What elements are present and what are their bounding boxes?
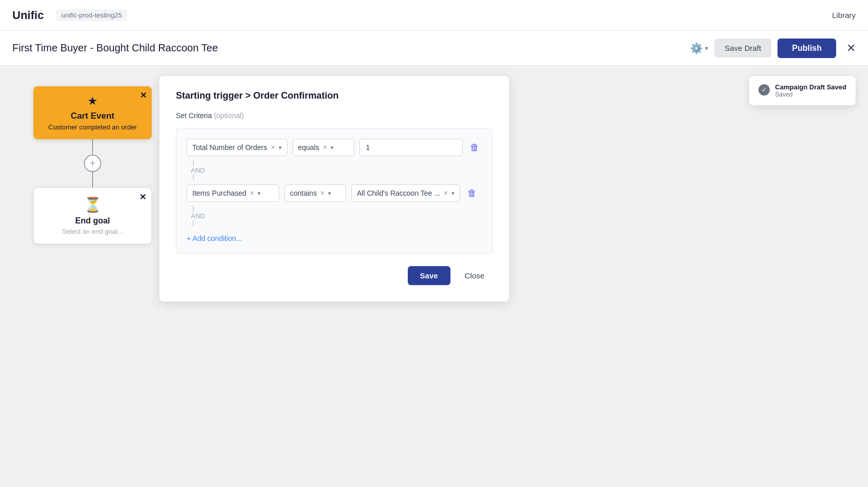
end-goal-subtitle: Select an end goal... bbox=[44, 228, 141, 235]
set-criteria-label: Set Criteria (optional) bbox=[176, 111, 493, 120]
save-button[interactable]: Save bbox=[408, 266, 450, 285]
star-icon: ★ bbox=[44, 95, 141, 108]
flow-container: ★ Cart Event Customer completed an order… bbox=[31, 86, 154, 244]
and-separator-1: AND bbox=[187, 160, 482, 180]
operator-select-1-clear[interactable]: ✕ bbox=[322, 144, 328, 151]
toast-text-group: Campaign Draft Saved Saved bbox=[775, 83, 846, 98]
operator-select-2-chevron[interactable]: ▾ bbox=[328, 190, 331, 197]
library-link[interactable]: Library bbox=[832, 11, 856, 20]
end-goal-close-button[interactable]: ✕ bbox=[139, 192, 146, 202]
value-input-1[interactable] bbox=[359, 139, 463, 156]
field-select-1-label: Total Number of Orders bbox=[192, 143, 267, 152]
field-select-2-clear[interactable]: ✕ bbox=[249, 190, 255, 197]
publish-button[interactable]: Publish bbox=[777, 39, 836, 58]
delete-condition-2-button[interactable]: 🗑 bbox=[465, 186, 479, 201]
condition-row-2: Items Purchased ✕ ▾ contains ✕ ▾ All Chi… bbox=[187, 184, 482, 202]
dialog-panel: Starting trigger > Order Confirmation Se… bbox=[159, 76, 509, 302]
operator-select-1-chevron[interactable]: ▾ bbox=[331, 144, 334, 151]
save-draft-button[interactable]: Save Draft bbox=[714, 39, 771, 58]
dialog-title: Starting trigger > Order Confirmation bbox=[176, 90, 493, 101]
field-select-1-chevron[interactable]: ▾ bbox=[279, 144, 282, 151]
cart-event-title: Cart Event bbox=[44, 111, 141, 121]
field-select-2-label: Items Purchased bbox=[192, 189, 246, 197]
end-goal-node[interactable]: ⏳ End goal Select an end goal... ✕ bbox=[33, 188, 152, 244]
main-content: ★ Cart Event Customer completed an order… bbox=[0, 66, 868, 487]
operator-select-1[interactable]: equals ✕ ▾ bbox=[293, 139, 354, 156]
and-line-top-1 bbox=[193, 160, 194, 166]
cart-event-node[interactable]: ★ Cart Event Customer completed an order… bbox=[33, 86, 152, 139]
header-bar: First Time Buyer - Bought Child Raccoon … bbox=[0, 31, 868, 66]
hourglass-icon: ⏳ bbox=[44, 196, 141, 213]
canvas: ★ Cart Event Customer completed an order… bbox=[0, 66, 868, 487]
check-circle-icon: ✓ bbox=[758, 84, 770, 96]
env-badge: unific-prod-testing25 bbox=[56, 9, 127, 21]
value-select-2-clear[interactable]: ✕ bbox=[443, 190, 448, 197]
value-select-2-label: All Child's Raccoon Tee ... bbox=[357, 189, 440, 197]
header-actions: ⚙️ ▾ Save Draft Publish ✕ bbox=[690, 39, 856, 58]
toast-subtitle: Saved bbox=[775, 91, 846, 98]
field-select-1-clear[interactable]: ✕ bbox=[270, 144, 276, 151]
toast-title: Campaign Draft Saved bbox=[775, 83, 846, 91]
campaign-saved-toast: ✓ Campaign Draft Saved Saved bbox=[749, 76, 856, 105]
close-dialog-button[interactable]: Close bbox=[457, 266, 493, 285]
close-button[interactable]: ✕ bbox=[846, 42, 856, 55]
page-title: First Time Buyer - Bought Child Raccoon … bbox=[12, 42, 682, 54]
condition-row-1: Total Number of Orders ✕ ▾ equals ✕ ▾ 🗑 bbox=[187, 139, 482, 156]
connector-line-1 bbox=[92, 139, 93, 155]
cart-event-close-button[interactable]: ✕ bbox=[140, 90, 147, 100]
value-select-2[interactable]: All Child's Raccoon Tee ... ✕ ▾ bbox=[351, 184, 460, 202]
add-condition-button[interactable]: + Add condition... bbox=[187, 234, 242, 242]
and-line-bottom-2 bbox=[193, 220, 194, 226]
dialog-footer: Save Close bbox=[176, 266, 493, 285]
field-select-1[interactable]: Total Number of Orders ✕ ▾ bbox=[187, 139, 287, 156]
and-line-top-2 bbox=[193, 206, 194, 212]
operator-select-2-clear[interactable]: ✕ bbox=[320, 190, 325, 197]
and-separator-2: AND bbox=[187, 206, 482, 226]
cart-event-subtitle: Customer completed an order bbox=[44, 123, 141, 131]
app-logo: Unific bbox=[12, 9, 44, 22]
value-select-2-chevron[interactable]: ▾ bbox=[451, 190, 455, 197]
operator-select-1-label: equals bbox=[298, 143, 319, 152]
end-goal-title: End goal bbox=[44, 216, 141, 226]
operator-select-2[interactable]: contains ✕ ▾ bbox=[284, 184, 346, 202]
delete-condition-1-button[interactable]: 🗑 bbox=[468, 140, 481, 155]
add-node-button[interactable]: + bbox=[84, 155, 101, 172]
connector-line-2 bbox=[92, 172, 93, 188]
and-text-1: AND bbox=[191, 166, 205, 174]
settings-button[interactable]: ⚙️ ▾ bbox=[690, 42, 708, 54]
and-line-bottom-1 bbox=[193, 174, 194, 180]
and-text-2: AND bbox=[191, 212, 205, 220]
operator-select-2-label: contains bbox=[290, 189, 317, 197]
field-select-2-chevron[interactable]: ▾ bbox=[258, 190, 261, 197]
criteria-section: Total Number of Orders ✕ ▾ equals ✕ ▾ 🗑 bbox=[176, 128, 493, 254]
nav-right: Library bbox=[832, 11, 856, 20]
field-select-2[interactable]: Items Purchased ✕ ▾ bbox=[187, 184, 279, 202]
top-nav: Unific unific-prod-testing25 Library bbox=[0, 0, 868, 31]
